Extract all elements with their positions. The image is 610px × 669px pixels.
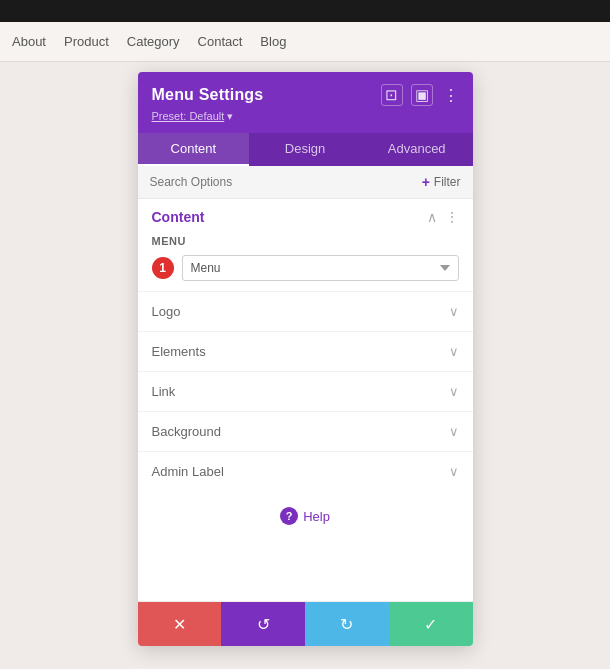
menu-select-row: 1 Menu Primary Menu Footer Menu xyxy=(138,251,473,291)
tab-content[interactable]: Content xyxy=(138,133,250,166)
tab-advanced[interactable]: Advanced xyxy=(361,133,473,166)
panel-header: Menu Settings ⊡ ▣ ⋮ Preset: Default ▾ xyxy=(138,72,473,133)
save-button[interactable]: ✓ xyxy=(389,602,473,646)
accordion-link[interactable]: Link ∨ xyxy=(138,371,473,411)
cancel-button[interactable]: ✕ xyxy=(138,602,222,646)
logo-chevron-icon: ∨ xyxy=(449,304,459,319)
undo-icon: ↺ xyxy=(257,615,270,634)
redo-button[interactable]: ↻ xyxy=(305,602,389,646)
main-area: Menu Settings ⊡ ▣ ⋮ Preset: Default ▾ Co… xyxy=(0,62,610,669)
undo-button[interactable]: ↺ xyxy=(221,602,305,646)
accordion-link-label: Link xyxy=(152,384,176,399)
help-row[interactable]: ? Help xyxy=(138,491,473,541)
menu-settings-panel: Menu Settings ⊡ ▣ ⋮ Preset: Default ▾ Co… xyxy=(138,72,473,646)
panel-title: Menu Settings xyxy=(152,86,264,104)
panel-body: Content ∧ ⋮ Menu 1 Menu Primary Menu Foo… xyxy=(138,199,473,601)
panel-tabs: Content Design Advanced xyxy=(138,133,473,166)
nav-category[interactable]: Category xyxy=(127,34,180,49)
accordion-elements-label: Elements xyxy=(152,344,206,359)
content-section-header: Content ∧ ⋮ xyxy=(138,199,473,231)
content-section-title: Content xyxy=(152,209,205,225)
menu-badge: 1 xyxy=(152,257,174,279)
section-more-icon[interactable]: ⋮ xyxy=(445,209,459,225)
panel-preset: Preset: Default ▾ xyxy=(152,110,459,123)
cancel-icon: ✕ xyxy=(173,615,186,634)
layout-icon[interactable]: ▣ xyxy=(411,84,433,106)
redo-icon: ↻ xyxy=(340,615,353,634)
filter-button[interactable]: + Filter xyxy=(422,174,461,190)
tab-design[interactable]: Design xyxy=(249,133,361,166)
nav-about[interactable]: About xyxy=(12,34,46,49)
top-bar xyxy=(0,0,610,22)
accordion-background-label: Background xyxy=(152,424,221,439)
panel-footer: ✕ ↺ ↻ ✓ xyxy=(138,601,473,646)
help-label: Help xyxy=(303,509,330,524)
collapse-icon[interactable]: ∧ xyxy=(427,209,437,225)
search-bar: + Filter xyxy=(138,166,473,199)
nav-bar: About Product Category Contact Blog xyxy=(0,22,610,62)
nav-contact[interactable]: Contact xyxy=(198,34,243,49)
accordion-logo[interactable]: Logo ∨ xyxy=(138,291,473,331)
accordion-elements[interactable]: Elements ∨ xyxy=(138,331,473,371)
panel-header-top: Menu Settings ⊡ ▣ ⋮ xyxy=(152,84,459,106)
nav-product[interactable]: Product xyxy=(64,34,109,49)
help-icon: ? xyxy=(280,507,298,525)
accordion-background[interactable]: Background ∨ xyxy=(138,411,473,451)
save-icon: ✓ xyxy=(424,615,437,634)
accordion-logo-label: Logo xyxy=(152,304,181,319)
responsive-icon[interactable]: ⊡ xyxy=(381,84,403,106)
accordion-admin-label[interactable]: Admin Label ∨ xyxy=(138,451,473,491)
nav-blog[interactable]: Blog xyxy=(260,34,286,49)
menu-sublabel: Menu xyxy=(138,231,473,251)
section-icons: ∧ ⋮ xyxy=(427,209,459,225)
panel-header-icons: ⊡ ▣ ⋮ xyxy=(381,84,459,106)
filter-label: Filter xyxy=(434,175,461,189)
admin-label-chevron-icon: ∨ xyxy=(449,464,459,479)
elements-chevron-icon: ∨ xyxy=(449,344,459,359)
more-options-icon[interactable]: ⋮ xyxy=(443,86,459,105)
background-chevron-icon: ∨ xyxy=(449,424,459,439)
accordion-admin-label-text: Admin Label xyxy=(152,464,224,479)
body-spacer xyxy=(138,541,473,601)
menu-select[interactable]: Menu Primary Menu Footer Menu xyxy=(182,255,459,281)
link-chevron-icon: ∨ xyxy=(449,384,459,399)
search-input[interactable] xyxy=(150,175,350,189)
filter-plus-icon: + xyxy=(422,174,430,190)
